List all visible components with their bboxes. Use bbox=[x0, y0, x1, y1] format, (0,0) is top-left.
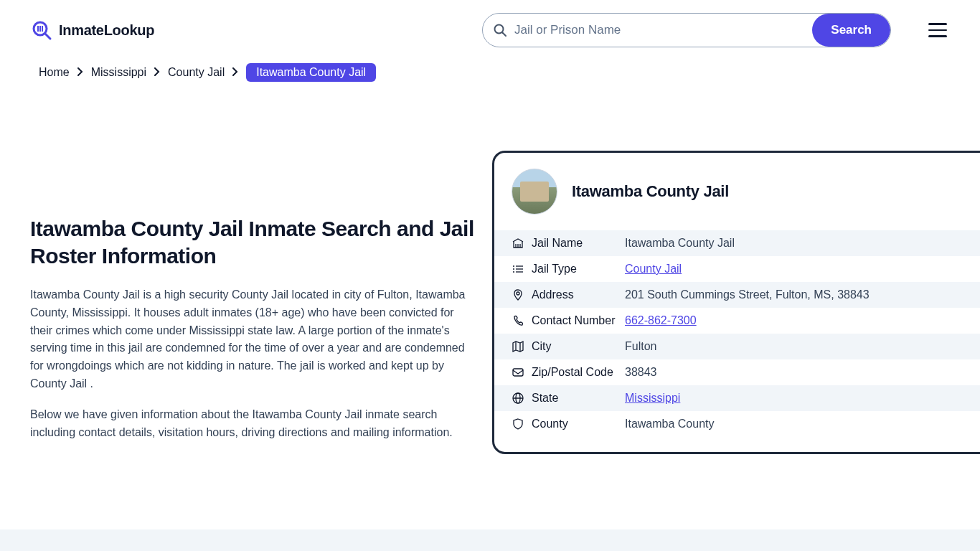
svg-point-13 bbox=[517, 292, 519, 295]
value-link[interactable]: 662-862-7300 bbox=[625, 314, 697, 327]
logo[interactable]: InmateLookup bbox=[30, 19, 154, 42]
search-button[interactable]: Search bbox=[812, 14, 890, 47]
svg-line-6 bbox=[503, 33, 507, 37]
card-header: Itawamba County Jail bbox=[494, 153, 980, 230]
logo-text: InmateLookup bbox=[59, 22, 154, 39]
row-address: Address 201 South Cummings Street, Fulto… bbox=[494, 282, 980, 308]
search-input[interactable] bbox=[507, 23, 812, 37]
label: State bbox=[532, 392, 625, 405]
breadcrumb: Home Mississippi County Jail Itawamba Co… bbox=[0, 60, 980, 88]
description-2: Below we have given information about th… bbox=[30, 406, 475, 442]
content-column: Itawamba County Jail Inmate Search and J… bbox=[30, 145, 475, 454]
breadcrumb-state[interactable]: Mississippi bbox=[91, 66, 146, 79]
header-right: Search bbox=[482, 13, 950, 47]
breadcrumb-type[interactable]: County Jail bbox=[168, 66, 225, 79]
jail-avatar bbox=[512, 169, 557, 215]
chevron-right-icon bbox=[154, 67, 161, 78]
chevron-right-icon bbox=[232, 67, 239, 78]
phone-icon bbox=[512, 314, 532, 327]
value: Itawamba County bbox=[625, 418, 715, 430]
label: City bbox=[532, 340, 625, 353]
search-bar: Search bbox=[482, 13, 891, 47]
label: Zip/Postal Code bbox=[532, 366, 625, 379]
svg-line-1 bbox=[45, 34, 50, 39]
value: 38843 bbox=[625, 366, 657, 379]
mail-icon bbox=[512, 366, 532, 379]
shield-icon bbox=[512, 418, 532, 430]
row-contact: Contact Number 662-862-7300 bbox=[494, 308, 980, 334]
value-link[interactable]: County Jail bbox=[625, 263, 682, 276]
pin-icon bbox=[512, 288, 532, 301]
row-city: City Fulton bbox=[494, 334, 980, 359]
value: Itawamba County Jail bbox=[625, 237, 735, 250]
svg-point-5 bbox=[495, 25, 504, 34]
globe-icon bbox=[512, 392, 532, 405]
info-card: Itawamba County Jail Jail Name Itawamba … bbox=[492, 151, 980, 454]
page-title: Itawamba County Jail Inmate Search and J… bbox=[30, 215, 475, 269]
footer-strip bbox=[0, 529, 980, 551]
map-icon bbox=[512, 340, 532, 353]
breadcrumb-current: Itawamba County Jail bbox=[246, 63, 376, 82]
row-jail-name: Jail Name Itawamba County Jail bbox=[494, 230, 980, 256]
svg-point-8 bbox=[513, 268, 514, 270]
row-jail-type: Jail Type County Jail bbox=[494, 256, 980, 282]
row-zip: Zip/Postal Code 38843 bbox=[494, 359, 980, 385]
label: Jail Name bbox=[532, 237, 625, 250]
description-1: Itawamba County Jail is a high security … bbox=[30, 286, 475, 393]
svg-rect-14 bbox=[513, 369, 523, 376]
svg-point-7 bbox=[513, 265, 514, 267]
label: Jail Type bbox=[532, 263, 625, 276]
list-icon bbox=[512, 263, 532, 276]
value: Fulton bbox=[625, 340, 656, 353]
value-link[interactable]: Mississippi bbox=[625, 392, 680, 405]
menu-icon[interactable] bbox=[925, 20, 950, 40]
row-county: County Itawamba County bbox=[494, 411, 980, 437]
search-icon bbox=[483, 23, 507, 37]
logo-icon bbox=[30, 19, 53, 42]
label: Contact Number bbox=[532, 314, 625, 327]
value: 201 South Cummings Street, Fulton, MS, 3… bbox=[625, 288, 870, 301]
label: Address bbox=[532, 288, 625, 301]
header: InmateLookup Search bbox=[0, 0, 980, 60]
svg-point-9 bbox=[513, 271, 514, 273]
row-state: State Mississippi bbox=[494, 385, 980, 411]
label: County bbox=[532, 418, 625, 430]
card-title: Itawamba County Jail bbox=[572, 182, 729, 201]
info-table: Jail Name Itawamba County Jail Jail Type… bbox=[494, 230, 980, 437]
chevron-right-icon bbox=[77, 67, 84, 78]
building-icon bbox=[512, 237, 532, 250]
breadcrumb-home[interactable]: Home bbox=[39, 66, 70, 79]
main: Itawamba County Jail Inmate Search and J… bbox=[0, 145, 980, 454]
